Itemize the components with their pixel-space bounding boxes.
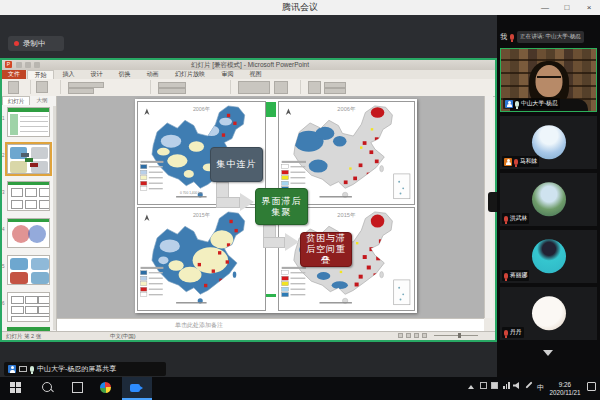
pane-tab-slides[interactable]: 幻灯片 bbox=[2, 96, 30, 105]
ribbon-separator bbox=[60, 80, 61, 94]
undo-icon[interactable] bbox=[25, 62, 31, 68]
clock-time: 9:26 bbox=[548, 381, 582, 389]
north-arrow-icon bbox=[286, 109, 291, 116]
font-style-buttons[interactable] bbox=[68, 88, 94, 94]
tab-animations[interactable]: 动画 bbox=[139, 70, 166, 79]
tab-file[interactable]: 文件 bbox=[2, 70, 26, 79]
mic-muted-icon bbox=[504, 330, 508, 336]
mic-muted-icon bbox=[514, 159, 518, 165]
paragraph-list-buttons[interactable] bbox=[158, 88, 186, 94]
participant-role-icon bbox=[505, 100, 513, 108]
mic-on-icon bbox=[515, 101, 519, 107]
maximize-button[interactable]: □ bbox=[556, 0, 578, 15]
tab-home[interactable]: 开始 bbox=[27, 70, 54, 79]
task-view-icon[interactable] bbox=[72, 382, 83, 393]
view-reading-button[interactable] bbox=[414, 333, 419, 338]
arrow-head-icon bbox=[285, 233, 299, 251]
quick-styles-icon[interactable] bbox=[308, 81, 321, 94]
zoom-slider-knob[interactable] bbox=[458, 333, 461, 338]
view-normal-button[interactable] bbox=[398, 333, 403, 338]
redo-icon[interactable] bbox=[34, 62, 40, 68]
map-2015-choropleth[interactable]: 2015年 bbox=[137, 207, 266, 311]
network-icon[interactable] bbox=[503, 382, 510, 389]
slide-number: 6 bbox=[2, 301, 6, 306]
participant-tile[interactable]: 洪武林 bbox=[500, 173, 597, 226]
clock-date: 2020/11/21 bbox=[548, 389, 582, 397]
paste-icon[interactable] bbox=[8, 81, 19, 94]
slide-number: 3 bbox=[2, 190, 6, 195]
share-banner-text: 中山大学-杨忍的屏幕共享 bbox=[37, 364, 116, 374]
recording-dot-icon bbox=[14, 41, 19, 46]
my-mic-icon[interactable] bbox=[510, 34, 514, 40]
slide-thumbnail-2-selected[interactable] bbox=[7, 144, 50, 174]
participant-role-icon bbox=[504, 158, 512, 166]
close-button[interactable]: × bbox=[578, 0, 600, 15]
participant-tile-video[interactable]: 中山大学-杨忍 bbox=[500, 48, 597, 112]
slide-thumbnail-6[interactable] bbox=[7, 292, 50, 322]
map-year-label: 2006年 bbox=[193, 106, 211, 112]
new-slide-icon[interactable] bbox=[36, 81, 48, 93]
slide-number: 5 bbox=[2, 264, 6, 269]
slide-number: 4 bbox=[2, 227, 6, 232]
slide-thumbnail-4[interactable] bbox=[7, 218, 50, 248]
slide-thumbnail-3[interactable] bbox=[7, 181, 50, 211]
screen-share-banner: 中山大学-杨忍的屏幕共享 bbox=[4, 362, 166, 376]
presenter-avatar-icon bbox=[8, 365, 16, 373]
slide-thumbnail-1[interactable] bbox=[7, 107, 50, 137]
callout-lag-agglomeration[interactable]: 界面滞后集聚 bbox=[255, 188, 308, 225]
ribbon-separator bbox=[230, 80, 231, 94]
participant-tile[interactable]: 蒋丽娜 bbox=[500, 230, 597, 283]
slide-number: 1 bbox=[2, 116, 6, 121]
zoom-slider-track[interactable] bbox=[434, 335, 478, 336]
slide-thumbnail-5[interactable] bbox=[7, 255, 50, 285]
save-icon[interactable] bbox=[16, 62, 22, 68]
tray-battery-icon[interactable] bbox=[491, 382, 498, 389]
ime-indicator[interactable]: 中 bbox=[537, 383, 544, 393]
annotation-panel-handle[interactable] bbox=[488, 192, 497, 212]
browser-icon[interactable] bbox=[100, 382, 111, 393]
callout-concentrated-contiguous[interactable]: 集中连片 bbox=[210, 147, 263, 182]
tab-transitions[interactable]: 切换 bbox=[111, 70, 138, 79]
participant-tile[interactable]: 丹丹 bbox=[500, 287, 597, 340]
mic-icon bbox=[30, 366, 34, 372]
pane-scrollbar[interactable] bbox=[53, 106, 56, 330]
minimize-button[interactable]: — bbox=[534, 0, 556, 15]
pane-tab-outline[interactable]: 大纲 bbox=[30, 96, 54, 105]
replace-button[interactable] bbox=[324, 88, 346, 94]
arrow-head-icon bbox=[240, 193, 254, 211]
tab-review[interactable]: 审阅 bbox=[214, 70, 241, 79]
map-year-label: 2015年 bbox=[337, 212, 356, 218]
more-participants-caret[interactable] bbox=[543, 350, 553, 356]
avatar bbox=[532, 239, 566, 273]
tray-expand-caret[interactable] bbox=[468, 385, 474, 389]
participant-name: 蒋丽娜 bbox=[510, 271, 527, 280]
view-slideshow-button[interactable] bbox=[422, 333, 427, 338]
action-center-icon[interactable] bbox=[587, 382, 596, 391]
map-scale-text: 0 700 1,400 km bbox=[180, 191, 203, 195]
tab-slideshow[interactable]: 幻灯片放映 bbox=[167, 70, 213, 79]
start-button[interactable] bbox=[10, 382, 21, 393]
camera-icon bbox=[130, 384, 140, 392]
participant-tile[interactable]: 马和妹 bbox=[500, 116, 597, 169]
shapes-gallery[interactable] bbox=[238, 81, 270, 94]
meeting-app-taskbar-button[interactable] bbox=[122, 377, 152, 400]
arrow-shaft bbox=[216, 197, 240, 208]
tray-display-icon[interactable] bbox=[480, 382, 487, 389]
language-indicator: 中文(中国) bbox=[110, 332, 136, 340]
participant-name: 马和妹 bbox=[520, 157, 537, 166]
participant-name: 中山大学-杨忍 bbox=[521, 99, 558, 108]
tab-design[interactable]: 设计 bbox=[83, 70, 110, 79]
view-sorter-button[interactable] bbox=[406, 333, 411, 338]
north-arrow-icon bbox=[144, 215, 149, 222]
tab-insert[interactable]: 插入 bbox=[55, 70, 82, 79]
screen: 腾讯会议 — □ × 录制中 P 幻灯片 [兼容模式] - Microsoft … bbox=[0, 0, 600, 400]
taskbar bbox=[0, 377, 600, 400]
search-icon[interactable] bbox=[42, 382, 52, 392]
clock[interactable]: 9:26 2020/11/21 bbox=[548, 381, 582, 397]
notes-area[interactable]: 单击此处添加备注 bbox=[57, 318, 484, 331]
me-label: 我 bbox=[500, 32, 507, 42]
arrange-icon[interactable] bbox=[274, 81, 288, 94]
tab-view[interactable]: 视图 bbox=[242, 70, 269, 79]
meeting-toolbar bbox=[0, 15, 497, 60]
callout-poverty-lag-overlap[interactable]: 贫困与滞后空间重叠 bbox=[300, 232, 352, 267]
